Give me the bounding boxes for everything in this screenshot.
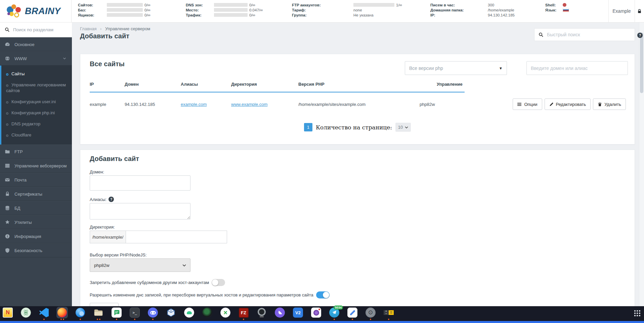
- taskbar-terminal-icon[interactable]: >_: [129, 307, 141, 320]
- sidebar-item-webserver[interactable]: Управление вебсервером: [0, 159, 72, 173]
- site-alias-link[interactable]: example.com: [181, 102, 207, 107]
- sidebar-item-label: Основное: [14, 42, 35, 47]
- sidebar-item-main[interactable]: Основное: [0, 37, 72, 51]
- sidebar-item-utilities[interactable]: Утилиты: [0, 215, 72, 229]
- usage-bar: [214, 3, 248, 7]
- app-launcher-grid-icon[interactable]: [634, 310, 641, 317]
- taskbar-text-editor-icon[interactable]: [346, 307, 358, 320]
- taskbar-virtualbox-icon[interactable]: [165, 307, 177, 320]
- taskbar-notepad-icon[interactable]: N: [2, 307, 14, 320]
- taskbar-file-manager-icon[interactable]: [92, 307, 104, 320]
- dns-toggle[interactable]: [316, 291, 330, 298]
- aliases-textarea[interactable]: [90, 203, 190, 219]
- taskbar-vnc-viewer-icon[interactable]: V2: [292, 307, 304, 320]
- submenu-item-site-logging[interactable]: Управление логированием сайтов: [1, 79, 72, 96]
- shell-status-icon: [563, 3, 566, 7]
- logout-button[interactable]: [635, 0, 644, 22]
- domain-filter-input[interactable]: [526, 61, 628, 75]
- taskbar-thunderbird-icon[interactable]: [74, 307, 86, 320]
- taskbar-camera-icon[interactable]: [310, 307, 322, 320]
- breadcrumb-home[interactable]: Главная: [80, 26, 96, 31]
- scrollbar-thumb[interactable]: [640, 33, 643, 93]
- sidebar-item-security[interactable]: Безопасность: [0, 243, 72, 257]
- taskbar-calculator-icon[interactable]: +−=: [383, 307, 395, 320]
- quick-search[interactable]: [534, 28, 635, 41]
- taskbar-webcam-icon[interactable]: [256, 307, 268, 320]
- taskbar-android-icon[interactable]: [183, 307, 195, 320]
- per-page-select[interactable]: 10: [395, 123, 411, 132]
- subdomains-toggle[interactable]: [212, 279, 225, 286]
- search-icon: [5, 27, 10, 32]
- header-stats-col5: Shell: Язык:: [545, 2, 569, 12]
- stat-label: Shell:: [545, 3, 563, 7]
- submenu-item-sites[interactable]: Сайты: [1, 68, 72, 79]
- lock-icon: [5, 191, 10, 197]
- submenu-item-dns-editor[interactable]: DNS редактор: [1, 118, 72, 129]
- stat-value: Не указана: [353, 13, 374, 17]
- app-window: BRAINY Сайтов:0/∞ Баз:0/∞ Ящиков:0/∞ DNS…: [0, 0, 644, 323]
- mail-icon: [5, 177, 10, 183]
- list-icon: [517, 103, 522, 106]
- breadcrumb-current[interactable]: Управление сервером: [105, 26, 150, 31]
- php-version-select[interactable]: php82w: [90, 258, 190, 272]
- sidebar-item-label: БД: [14, 206, 20, 211]
- sidebar-item-www[interactable]: WWW: [0, 51, 72, 66]
- taskbar-camera-lens-icon[interactable]: [201, 307, 213, 320]
- sidebar-item-information[interactable]: Информация: [0, 229, 72, 243]
- taskbar-discord-icon[interactable]: [147, 307, 159, 320]
- stat-value: 0/∞: [144, 13, 151, 17]
- directory-input[interactable]: [126, 231, 227, 243]
- quick-search-input[interactable]: [547, 32, 631, 37]
- taskbar-science-icon[interactable]: [20, 307, 32, 320]
- taskbar: N >_ × FZ V2 5034 ⚙ +−=: [0, 306, 644, 321]
- stat-value: 0/∞: [144, 3, 151, 7]
- database-icon: [5, 205, 10, 211]
- page-help-icon[interactable]: ?: [637, 33, 643, 38]
- submenu-item-cloudflare[interactable]: Cloudflare: [1, 129, 72, 140]
- submenu-item-user-ini[interactable]: Конфигурация user.ini: [1, 96, 72, 107]
- pagination: 1 Количество на странице: 10: [80, 123, 635, 132]
- sidebar-search[interactable]: [0, 23, 72, 37]
- taskbar-telegram-icon[interactable]: 5034: [328, 307, 340, 320]
- edit-button[interactable]: Редактировать: [545, 98, 591, 110]
- site-directory-link[interactable]: www.example.com: [231, 102, 267, 107]
- aliases-help-icon[interactable]: ?: [109, 197, 114, 202]
- taskbar-settings-icon[interactable]: ⚙: [364, 307, 377, 320]
- taskbar-crossover-icon[interactable]: ×: [219, 307, 231, 320]
- logo[interactable]: BRAINY: [0, 0, 72, 22]
- site-php-version-cell: php82w: [420, 102, 435, 107]
- sidebar-search-input[interactable]: [13, 27, 63, 32]
- user-menu[interactable]: Example: [608, 0, 635, 22]
- sidebar-item-databases[interactable]: БД: [0, 201, 72, 215]
- subdomains-toggle-label: Запретить добавление субдоменов другим х…: [90, 280, 209, 285]
- sidebar-item-mail[interactable]: Почта: [0, 173, 72, 187]
- sidebar-item-certificates[interactable]: Сертификаты: [0, 187, 72, 201]
- russian-flag-icon[interactable]: [563, 8, 569, 12]
- page-scrollbar[interactable]: [639, 23, 644, 306]
- options-button[interactable]: Опции: [513, 98, 542, 110]
- site-ip-cell: example: [90, 102, 125, 107]
- taskbar-firefox-icon[interactable]: [56, 307, 68, 320]
- options-button-label: Опции: [524, 102, 537, 107]
- submenu-item-php-ini[interactable]: Конфигурация php.ini: [1, 107, 72, 118]
- taskbar-messages-icon[interactable]: [111, 307, 123, 320]
- taskbar-viber-icon[interactable]: [274, 307, 286, 320]
- taskbar-vscode-icon[interactable]: [38, 307, 50, 320]
- php-version-filter-select[interactable]: Все версии php ▼: [405, 61, 507, 75]
- logo-text: BRAINY: [25, 6, 61, 16]
- site-table-row: example 94.130.142.185 example.com www.e…: [90, 94, 626, 114]
- taskbar-filezilla-icon[interactable]: FZ: [238, 307, 250, 320]
- stat-label: Место:: [186, 8, 214, 12]
- dns-toggle-label: Разрешить изменение днс записей, при пер…: [90, 292, 313, 297]
- column-header: Директория: [231, 82, 298, 87]
- delete-button[interactable]: Удалить: [593, 98, 626, 110]
- stat-label: Сайтов:: [78, 3, 107, 7]
- domain-input[interactable]: [90, 175, 190, 191]
- stat-label: Домашняя папка:: [430, 8, 488, 12]
- page-number-button[interactable]: 1: [304, 123, 312, 131]
- per-page-value: 10: [398, 125, 403, 130]
- sidebar-item-ftp[interactable]: FTP: [0, 145, 72, 159]
- server-icon: [5, 163, 10, 168]
- stat-value: 1/∞: [396, 3, 402, 7]
- column-header: Управление: [437, 82, 465, 87]
